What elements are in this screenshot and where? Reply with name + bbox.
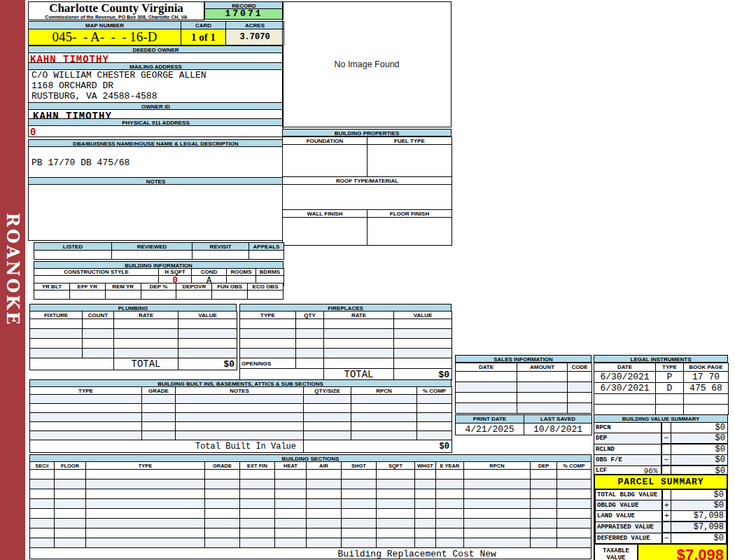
table-cell <box>557 499 592 509</box>
table-cell <box>205 489 240 499</box>
table-cell <box>142 395 176 404</box>
summary-row: LAND VALUE+$7,098 <box>596 511 727 522</box>
print-date-header: PRINT DATE <box>456 415 524 424</box>
table-cell <box>83 319 114 329</box>
table-cell <box>296 349 324 358</box>
table-row <box>283 218 452 246</box>
table-cell <box>240 339 296 349</box>
table-cell <box>304 431 351 440</box>
table-cell <box>517 393 568 403</box>
table-cell <box>83 339 114 349</box>
table-cell <box>568 382 592 393</box>
table-cell <box>394 329 452 339</box>
table-cell <box>275 509 307 519</box>
notes-value <box>28 184 284 241</box>
table-cell <box>436 519 464 528</box>
table-cell <box>142 431 176 440</box>
column-header: QTY <box>296 312 324 319</box>
table-cell <box>436 489 464 499</box>
table-row <box>240 319 452 329</box>
summary-operator <box>662 522 671 533</box>
table-row <box>30 422 452 431</box>
table-cell <box>275 470 307 479</box>
table-cell <box>86 470 205 479</box>
table-cell <box>415 489 436 499</box>
table-cell <box>178 329 237 339</box>
address-line: 1168 ORCHARD DR <box>29 80 283 91</box>
table-cell <box>304 413 351 422</box>
table-cell <box>342 519 377 528</box>
rem-yr-value <box>105 290 141 300</box>
column-header: TYPE <box>240 312 296 319</box>
parcel-summary-header: PARCEL SUMMARY <box>595 475 727 489</box>
side-band-label: ROANOKE <box>3 213 23 326</box>
table-cell <box>30 519 55 528</box>
table-cell <box>394 319 452 329</box>
summary-operator: + <box>662 511 671 522</box>
table-cell <box>324 349 394 358</box>
table-cell <box>557 479 592 489</box>
table-row: TYPEGRADENOTESQTY/SIZERPCN% COMP <box>30 387 452 395</box>
table-row <box>240 329 452 339</box>
table-cell <box>531 509 557 519</box>
wall-finish-header: WALL FINISH <box>283 210 368 218</box>
print-date-value: 4/21/2025 <box>456 424 524 435</box>
table-cell <box>30 358 114 370</box>
revisit-value <box>192 251 249 260</box>
yr-blt-value <box>34 290 70 300</box>
table-cell <box>377 538 415 548</box>
column-header: RPCN <box>351 387 417 395</box>
table-cell <box>178 339 237 349</box>
table-cell <box>205 499 240 509</box>
summary-label: TOTAL BLDG VALUE <box>596 490 662 500</box>
legal-instruments-header: LEGAL INSTRUMENTS <box>594 355 728 363</box>
table-row <box>456 382 592 393</box>
column-header: DEPOVR <box>176 284 212 290</box>
owner-id-value: KAHN TIMOTHY <box>28 109 284 119</box>
table-row <box>456 393 592 403</box>
table-cell <box>377 470 415 479</box>
building-properties-header: BUILDING PROPERTIES <box>282 129 451 136</box>
last-saved-value: 10/8/2021 <box>524 424 592 435</box>
table-cell <box>275 528 307 538</box>
record-box: RECORD 17071 <box>204 1 284 20</box>
table-row: 6/30/2021D475 68 <box>594 383 729 394</box>
table-cell <box>86 528 205 538</box>
table-cell <box>531 470 557 479</box>
built-ins-total-row: Total Built In Value $0 <box>30 440 452 453</box>
table-cell <box>30 319 83 329</box>
table-row <box>30 413 452 422</box>
summary-label: OBLDG VALUE <box>596 500 662 511</box>
table-cell <box>351 404 417 413</box>
table-cell <box>456 382 517 393</box>
reviewed-value <box>112 251 192 260</box>
foundation-header: FOUNDATION <box>283 137 368 145</box>
column-header: RATE <box>324 312 394 319</box>
column-header: AIR <box>307 462 342 470</box>
table-cell <box>30 339 83 349</box>
column-header: AMOUNT <box>517 363 568 372</box>
fuel-type-header: FUEL TYPE <box>368 137 452 145</box>
table-cell <box>30 404 142 413</box>
table-row <box>594 405 729 415</box>
table-cell <box>114 349 178 358</box>
table-row <box>30 509 592 519</box>
summary-operator <box>662 490 671 500</box>
table-cell <box>377 519 415 528</box>
listed-value <box>34 251 112 260</box>
column-header: E YEAR <box>436 462 464 470</box>
column-header: DATE <box>456 363 517 372</box>
table-cell: Building Replacement Cost New <box>30 548 592 559</box>
table-cell <box>417 431 452 440</box>
column-header: BOOK PAGE <box>684 363 729 372</box>
table-cell <box>86 489 205 499</box>
column-header: GRADE <box>205 462 240 470</box>
table-cell <box>55 470 86 479</box>
commissioner-line: Commissioner of the Revenue, PO Box 308,… <box>29 15 204 20</box>
table-cell <box>304 404 351 413</box>
table-cell <box>417 404 452 413</box>
column-header: REVISIT <box>192 243 249 251</box>
summary-row: OBLDG VALUE+$0 <box>596 500 727 511</box>
table-cell <box>55 528 86 538</box>
summary-operator <box>662 444 671 455</box>
